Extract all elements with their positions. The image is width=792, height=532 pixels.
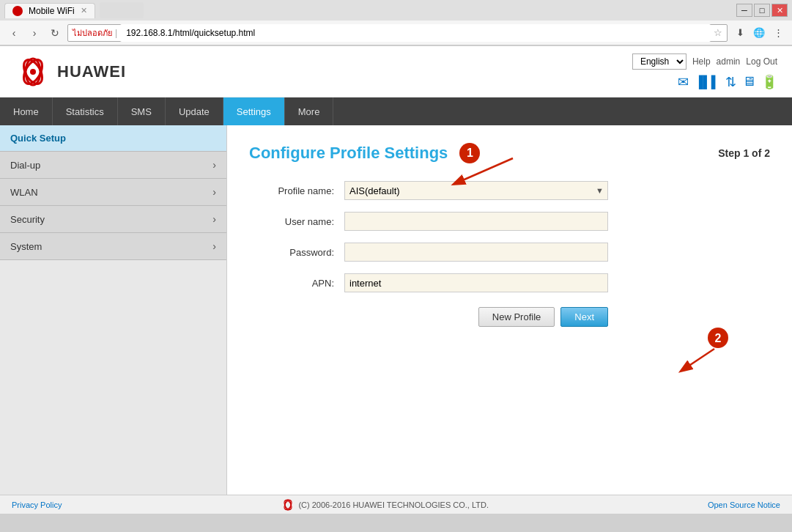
sidebar-quick-setup[interactable]: Quick Setup <box>0 125 226 152</box>
battery-icon: 🔋 <box>761 74 777 90</box>
help-link[interactable]: Help <box>692 56 711 67</box>
username-label: User name: <box>249 216 344 227</box>
sidebar-item-dialup[interactable]: Dial-up › <box>0 152 226 179</box>
main-content-wrap: Configure Profile Settings 1 Step 1 of 2… <box>227 125 792 495</box>
button-row: New Profile Next <box>249 307 608 327</box>
star-icon[interactable]: ☆ <box>714 27 722 38</box>
nav-item-more[interactable]: More <box>285 97 334 125</box>
logout-link[interactable]: Log Out <box>746 56 777 67</box>
close-button[interactable]: ✕ <box>771 4 788 17</box>
nav-item-update[interactable]: Update <box>166 97 223 125</box>
privacy-policy-link[interactable]: Privacy Policy <box>12 500 62 509</box>
footer-huawei-icon <box>281 499 295 511</box>
sidebar-item-dialup-label: Dial-up <box>10 160 40 171</box>
header-status-icons: ✉ ▐▌▌ ⇅ 🖥 🔋 <box>678 74 777 90</box>
sidebar: Quick Setup Dial-up › WLAN › Security › … <box>0 125 227 495</box>
password-label: Password: <box>249 247 344 258</box>
screen-icon: 🖥 <box>742 74 755 89</box>
nav-bar: Home Statistics SMS Update Settings More <box>0 97 792 125</box>
huawei-header: HUAWEI English Help admin Log Out ✉ ▐▌▌ … <box>0 46 792 97</box>
dialup-arrow-icon: › <box>212 159 216 171</box>
nav-item-sms[interactable]: SMS <box>118 97 166 125</box>
tab-favicon <box>12 6 23 16</box>
next-button[interactable]: Next <box>560 307 608 327</box>
huawei-logo-icon <box>15 57 51 86</box>
sidebar-item-security-label: Security <box>10 214 45 225</box>
footer-copyright: (C) 2006-2016 HUAWEI TECHNOLOGIES CO., L… <box>298 500 489 509</box>
sidebar-item-wlan-label: WLAN <box>10 187 38 198</box>
transfer-icon: ⇅ <box>725 74 736 90</box>
security-lock-text: ไม่ปลอดภัย <box>73 26 112 40</box>
sidebar-item-wlan[interactable]: WLAN › <box>0 179 226 206</box>
footer: Privacy Policy (C) 2006-2016 HUAWEI TECH… <box>0 495 792 514</box>
form-row-apn: APN: <box>249 273 770 292</box>
form-row-password: Password: <box>249 243 770 262</box>
tab-close-button[interactable]: ✕ <box>81 6 87 15</box>
extension-icon-2[interactable]: 🌐 <box>751 25 767 41</box>
apn-input[interactable] <box>344 273 608 292</box>
profile-name-select-wrap: AIS(default) ▼ <box>344 181 608 200</box>
address-input[interactable] <box>120 24 711 42</box>
profile-name-label: Profile name: <box>249 185 344 196</box>
title-bar-left: Mobile WiFi ✕ <box>4 2 144 18</box>
sidebar-item-system[interactable]: System › <box>0 233 226 260</box>
wlan-arrow-icon: › <box>212 186 216 198</box>
forward-button[interactable]: › <box>26 25 42 41</box>
address-bar: ‹ › ↻ ไม่ปลอดภัย | ☆ ⬇ 🌐 ⋮ <box>0 21 792 45</box>
tab-title: Mobile WiFi <box>29 6 75 16</box>
step-indicator: Step 1 of 2 <box>718 147 770 159</box>
content-area: Quick Setup Dial-up › WLAN › Security › … <box>0 125 792 495</box>
title-bar: Mobile WiFi ✕ ─ □ ✕ <box>0 0 792 21</box>
sidebar-item-security[interactable]: Security › <box>0 206 226 233</box>
password-input[interactable] <box>344 243 608 262</box>
browser-chrome: Mobile WiFi ✕ ─ □ ✕ ‹ › ↻ ไม่ปลอดภัย | ☆… <box>0 0 792 46</box>
svg-point-4 <box>30 69 36 75</box>
apn-label: APN: <box>249 278 344 289</box>
security-arrow-icon: › <box>212 213 216 225</box>
sidebar-item-system-label: System <box>10 241 42 252</box>
maximize-button[interactable]: □ <box>754 4 770 17</box>
new-profile-button[interactable]: New Profile <box>478 307 555 327</box>
toolbar-icons: ⬇ 🌐 ⋮ <box>732 25 786 41</box>
form-row-profile-name: Profile name: AIS(default) ▼ <box>249 181 770 200</box>
step-badge-1: 1 <box>459 143 480 163</box>
nav-item-home[interactable]: Home <box>0 97 53 125</box>
huawei-logo: HUAWEI <box>15 57 126 86</box>
new-tab-area <box>100 2 144 18</box>
admin-label: admin <box>717 56 741 67</box>
header-right: English Help admin Log Out ✉ ▐▌▌ ⇅ 🖥 🔋 <box>632 53 777 90</box>
open-source-link[interactable]: Open Source Notice <box>708 500 780 509</box>
signal-icon: ▐▌▌ <box>695 75 719 89</box>
window-controls: ─ □ ✕ <box>736 4 788 17</box>
main-panel: Configure Profile Settings 1 Step 1 of 2… <box>227 125 792 495</box>
header-top-row: English Help admin Log Out <box>632 53 777 70</box>
panel-title: Configure Profile Settings <box>249 144 448 163</box>
lock-separator: | <box>115 28 117 38</box>
refresh-button[interactable]: ↻ <box>47 25 63 41</box>
language-select[interactable]: English <box>632 53 686 70</box>
panel-header: Configure Profile Settings 1 Step 1 of 2 <box>249 143 770 163</box>
nav-item-settings[interactable]: Settings <box>223 97 285 125</box>
form-row-username: User name: <box>249 212 770 231</box>
footer-logo: (C) 2006-2016 HUAWEI TECHNOLOGIES CO., L… <box>281 499 489 511</box>
back-button[interactable]: ‹ <box>6 25 22 41</box>
menu-icon[interactable]: ⋮ <box>770 25 786 41</box>
username-input[interactable] <box>344 212 608 231</box>
browser-tab[interactable]: Mobile WiFi ✕ <box>4 3 95 18</box>
svg-point-12 <box>285 499 291 509</box>
extension-icon-1[interactable]: ⬇ <box>732 25 748 41</box>
minimize-button[interactable]: ─ <box>736 4 752 17</box>
system-arrow-icon: › <box>212 240 216 252</box>
page-content: HUAWEI English Help admin Log Out ✉ ▐▌▌ … <box>0 46 792 514</box>
mail-icon[interactable]: ✉ <box>678 74 689 90</box>
logo-text: HUAWEI <box>57 62 126 81</box>
nav-item-statistics[interactable]: Statistics <box>53 97 118 125</box>
svg-point-0 <box>14 7 21 15</box>
profile-name-select[interactable]: AIS(default) <box>344 181 608 200</box>
